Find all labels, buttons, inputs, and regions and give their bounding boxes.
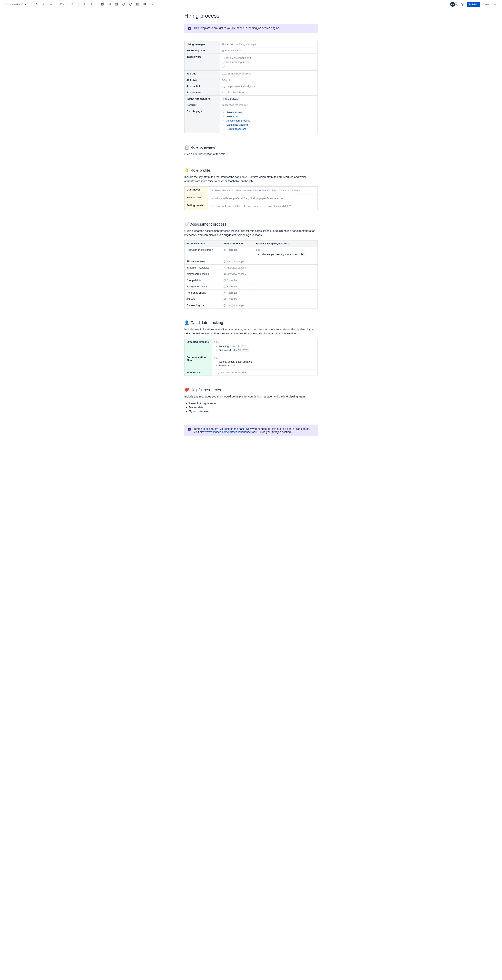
confluence-logo-icon <box>4 2 9 7</box>
toc-link[interactable]: Helpful resources <box>226 127 246 130</box>
table-row: Nice to havesWhich skills are preferred?… <box>185 194 318 202</box>
panel-text: Template all set? Pat yourself on the ba… <box>194 427 314 434</box>
table-row: Job locatione.g., San Francisco <box>185 89 318 95</box>
resources-list[interactable]: LinkedIn insights report Market data Sys… <box>184 402 318 413</box>
note-icon <box>188 27 191 30</box>
heading-resources[interactable]: ❤️Helpful resources <box>184 388 318 392</box>
toc-link[interactable]: Assessment process <box>226 119 250 122</box>
date-lozenge[interactable]: Jan 29, 2020 <box>232 348 249 352</box>
footer-panel: Template all set? Pat yourself on the ba… <box>184 425 318 436</box>
svg-rect-27 <box>189 429 190 430</box>
table-row: Job offer@ Recruiter <box>185 296 318 302</box>
table-row: Interviewers @ Interview panelist 1 @ In… <box>185 54 318 70</box>
publish-button[interactable]: Publish <box>467 2 480 7</box>
body-text[interactable]: Give a brief description of the role. <box>184 152 318 156</box>
avatar[interactable]: CK <box>450 2 455 7</box>
checkbox[interactable] <box>222 65 225 68</box>
table-row: Group debrief@ Recruiter <box>185 277 318 283</box>
mention-button[interactable]: @ <box>121 2 126 7</box>
table-row: Job rec linke.g., https://www.indeed.job… <box>185 83 318 89</box>
svg-point-1 <box>83 4 83 5</box>
link-button[interactable] <box>107 2 112 7</box>
image-button[interactable] <box>114 2 119 7</box>
svg-point-17 <box>131 4 131 4</box>
svg-text:3: 3 <box>90 5 91 6</box>
body-text[interactable]: Outline what the assessment process will… <box>184 229 318 237</box>
svg-point-14 <box>116 4 116 4</box>
date-lozenge[interactable]: Feb 12, 2020 <box>222 97 239 100</box>
heart-icon: ❤️ <box>184 388 189 392</box>
numbered-list-button[interactable]: 123 <box>88 2 94 7</box>
table-row: Referrer@ mention the referrer <box>185 102 318 108</box>
text-color-button[interactable]: A <box>70 2 76 7</box>
table-row: Selling pointsHow would you sell this ro… <box>185 202 318 210</box>
text-style-select[interactable]: Heading 2 <box>10 2 28 7</box>
more-actions-button[interactable]: ··· <box>492 2 498 7</box>
svg-rect-19 <box>143 3 145 5</box>
heading-tracking[interactable]: 👤Candidate tracking <box>184 320 318 325</box>
info-table: Hiring manager@ mention the hiring manag… <box>184 41 318 133</box>
clipboard-icon: 📋 <box>184 145 189 150</box>
italic-button[interactable]: I <box>41 2 46 7</box>
table-row: Target hire deadlineFeb 12, 2020 <box>185 95 318 102</box>
avatar-stack: CK + <box>450 2 458 7</box>
bullet-list-button[interactable] <box>81 2 87 7</box>
editor-content[interactable]: Hiring process This template is brought … <box>177 9 325 456</box>
body-text[interactable]: Include any resources you think would be… <box>184 395 318 399</box>
chart-icon: 📈 <box>184 222 189 227</box>
table-row: Job levele.g., P6 <box>185 77 318 83</box>
bold-button[interactable]: B <box>34 2 39 7</box>
heading-role-overview[interactable]: 📋Role overview <box>184 145 318 150</box>
checkbox[interactable] <box>222 61 225 64</box>
emoji-button[interactable] <box>128 2 133 7</box>
person-icon: 👤 <box>184 320 189 325</box>
table-row: Indeed Linke.g., https://www.indeed.jobs… <box>185 369 318 376</box>
body-text[interactable]: Include the key attributes required for … <box>184 175 318 183</box>
align-button[interactable] <box>59 2 65 7</box>
toolbar: Heading 2 B I ··· A 123 @ + CK + Publish… <box>0 0 502 9</box>
toc-links: Role overview Role profile Assessment pr… <box>222 111 316 130</box>
table-row: Communication Plan e.g., Weekly email / … <box>185 354 318 369</box>
ok-hand-icon: 👌 <box>184 168 189 173</box>
table-button[interactable] <box>135 2 140 7</box>
table-row: Must-havesThink about which skills are m… <box>185 186 318 194</box>
table-header-row: Interview stage Who is involved Details … <box>185 240 318 247</box>
checkbox[interactable] <box>222 57 225 59</box>
insert-button[interactable]: + <box>149 2 155 7</box>
svg-rect-18 <box>137 3 139 5</box>
table-row: On this page Role overview Role profile … <box>185 108 318 133</box>
toc-link[interactable]: Role overview <box>226 111 242 114</box>
indeed-partner-link[interactable]: http://www.indeed.com/partner/confluence <box>200 430 251 434</box>
table-row: In-person interviews@ Interview panelist <box>185 265 318 271</box>
svg-rect-20 <box>145 3 146 5</box>
more-formatting-button[interactable]: ··· <box>48 2 53 7</box>
close-button[interactable]: Close <box>481 2 491 7</box>
date-lozenge[interactable]: Jan 15, 2020 <box>230 345 247 348</box>
assessment-table: Interview stage Who is involved Details … <box>184 240 318 309</box>
page-title[interactable]: Hiring process <box>184 13 318 19</box>
body-text[interactable]: Include links to locations where the hir… <box>184 327 318 336</box>
chevron-down-icon <box>24 3 27 5</box>
tracking-table: Expected Timeline e.g., Sourcing: Jan 15… <box>184 339 318 376</box>
svg-point-15 <box>129 3 132 5</box>
svg-point-16 <box>130 4 131 4</box>
role-profile-table: Must-havesThink about which skills are m… <box>184 186 318 210</box>
table-row: Expected Timeline e.g., Sourcing: Jan 15… <box>185 339 318 354</box>
table-row: Whiteboard session@ Interview panelist <box>185 271 318 277</box>
toc-link[interactable]: Role profile <box>226 115 239 118</box>
svg-point-2 <box>83 5 83 5</box>
table-row: Background check@ Recruiter <box>185 283 318 290</box>
action-item-button[interactable] <box>100 2 105 7</box>
toc-link[interactable]: Candidate tracking <box>226 123 248 126</box>
note-icon <box>188 427 191 431</box>
layouts-button[interactable] <box>142 2 147 7</box>
panel-text: This template is brought to you by Indee… <box>194 27 280 30</box>
table-row: Reference check@ Recruiter <box>185 290 318 296</box>
heading-role-profile[interactable]: 👌Role profile <box>184 168 318 173</box>
table-row: Recruiter phone screen@ Recruitere.g.,Wh… <box>185 247 318 258</box>
table-row: Hiring manager@ mention the hiring manag… <box>185 41 318 48</box>
table-row: Phone interview@ Hiring manager <box>185 258 318 265</box>
request-changes-button[interactable] <box>460 2 465 7</box>
heading-assessment[interactable]: 📈Assessment process <box>184 222 318 227</box>
table-row: Job titlee.g., Sr. Business Analyst <box>185 70 318 77</box>
